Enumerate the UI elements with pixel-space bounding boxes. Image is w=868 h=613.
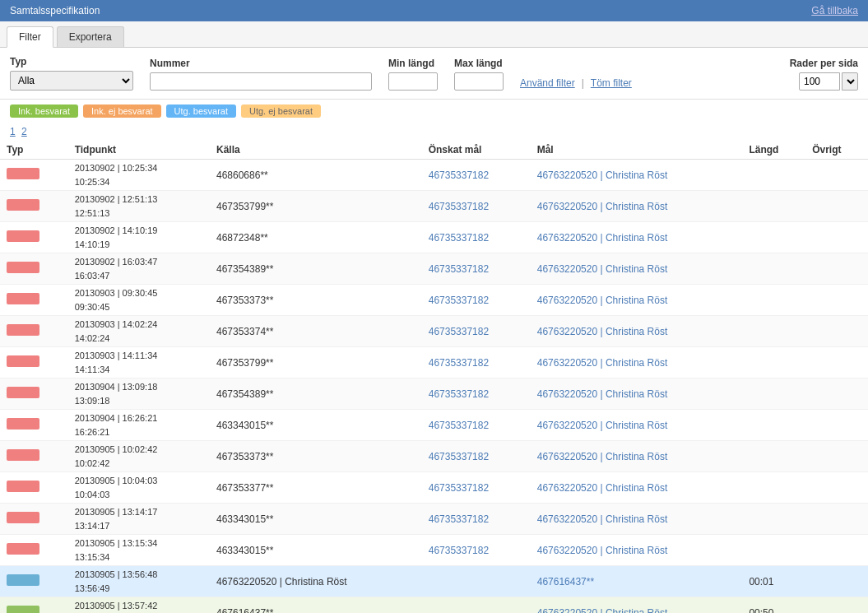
typ-group: Typ Alla Inkommande Utgående xyxy=(10,56,133,91)
cell-type xyxy=(0,441,68,472)
col-typ: Typ xyxy=(0,141,68,160)
typ-select[interactable]: Alla Inkommande Utgående xyxy=(10,71,133,91)
rader-per-sida-select[interactable]: 100 50 25 xyxy=(842,72,858,91)
cell-langd xyxy=(742,472,805,504)
tom-filter-link[interactable]: Töm filter xyxy=(591,77,632,89)
cell-mal: 46763220520 | Christina Röst xyxy=(531,378,743,410)
min-langd-label: Min längd xyxy=(388,58,438,69)
table-row: 20130904 | 16:26:21 16:26:21463343015**4… xyxy=(0,410,868,441)
table-row: 20130903 | 09:30:45 09:30:45467353373**4… xyxy=(0,285,868,316)
cell-onskat-mal: 46735337182 xyxy=(422,347,531,378)
cell-mal: 46763220520 | Christina Röst xyxy=(531,316,743,347)
cell-tidpunkt: 20130902 | 12:51:13 12:51:13 xyxy=(68,191,210,222)
cell-mal: 46763220520 | Christina Röst xyxy=(531,191,743,222)
type-badge xyxy=(7,512,39,523)
top-bar: Samtalsspecifikation Gå tillbaka xyxy=(0,0,868,21)
cell-type xyxy=(0,347,68,378)
legend-ink-unanswered: Ink. ej besvarat xyxy=(83,104,161,118)
table-row: 20130903 | 14:11:34 14:11:34467353799**4… xyxy=(0,347,868,378)
type-badge xyxy=(7,230,39,242)
cell-type xyxy=(0,472,68,504)
rader-per-sida-input[interactable] xyxy=(799,72,840,91)
cell-ovrigt xyxy=(805,285,868,316)
nummer-label: Nummer xyxy=(150,58,372,69)
nummer-group: Nummer xyxy=(150,58,372,91)
cell-tidpunkt: 20130903 | 14:11:34 14:11:34 xyxy=(68,347,210,378)
cell-kalla: 46763220520 | Christina Röst xyxy=(210,566,422,597)
cell-ovrigt xyxy=(805,597,868,614)
type-badge xyxy=(7,355,39,367)
cell-onskat-mal xyxy=(422,597,531,614)
cell-tidpunkt: 20130905 | 13:14:17 13:14:17 xyxy=(68,504,210,535)
table-header-row: Typ Tidpunkt Källa Önskat mål Mål Längd … xyxy=(0,141,868,160)
anvand-filter-link[interactable]: Använd filter xyxy=(520,77,575,89)
cell-langd xyxy=(742,535,805,566)
tab-filter[interactable]: Filter xyxy=(7,26,53,48)
cell-type xyxy=(0,191,68,222)
type-badge xyxy=(7,481,39,492)
cell-onskat-mal: 46735337182 xyxy=(422,222,531,253)
cell-kalla: 467353373** xyxy=(210,285,422,316)
cell-langd xyxy=(742,253,805,285)
legend: Ink. besvarat Ink. ej besvarat Utg. besv… xyxy=(0,100,868,123)
page-2-link[interactable]: 2 xyxy=(21,126,27,137)
col-langd: Längd xyxy=(742,141,805,160)
cell-kalla: 467353373** xyxy=(210,441,422,472)
type-badge xyxy=(7,199,39,211)
table-row: 20130902 | 12:51:13 12:51:13467353799**4… xyxy=(0,191,868,222)
cell-langd: 00:50 xyxy=(742,597,805,614)
cell-type xyxy=(0,410,68,441)
max-langd-group: Max längd xyxy=(454,58,504,91)
cell-ovrigt xyxy=(805,410,868,441)
cell-ovrigt xyxy=(805,535,868,566)
legend-out-unanswered: Utg. ej besvarat xyxy=(241,104,321,118)
cell-tidpunkt: 20130905 | 10:04:03 10:04:03 xyxy=(68,472,210,504)
cell-type xyxy=(0,316,68,347)
min-langd-input[interactable] xyxy=(388,72,438,91)
cell-langd xyxy=(742,504,805,535)
tab-exportera[interactable]: Exportera xyxy=(57,26,124,47)
cell-type xyxy=(0,566,68,597)
table-row: 20130902 | 14:10:19 14:10:1946872348**46… xyxy=(0,222,868,253)
cell-mal: 46763220520 | Christina Röst xyxy=(531,472,743,504)
type-badge xyxy=(7,168,39,179)
nummer-input[interactable] xyxy=(150,72,372,91)
tabs-bar: Filter Exportera xyxy=(0,21,868,48)
cell-tidpunkt: 20130902 | 16:03:47 16:03:47 xyxy=(68,253,210,285)
cell-langd xyxy=(742,191,805,222)
cell-onskat-mal: 46735337182 xyxy=(422,441,531,472)
type-badge xyxy=(7,418,39,430)
table-row: 20130902 | 10:25:34 10:25:3446860686**46… xyxy=(0,160,868,191)
cell-mal: 46763220520 | Christina Röst xyxy=(531,504,743,535)
back-link[interactable]: Gå tillbaka xyxy=(811,5,858,16)
cell-onskat-mal: 46735337182 xyxy=(422,285,531,316)
cell-ovrigt xyxy=(805,160,868,191)
page-title: Samtalsspecifikation xyxy=(10,5,100,16)
cell-tidpunkt: 20130902 | 14:10:19 14:10:19 xyxy=(68,222,210,253)
rader-per-sida-label: Rader per sida xyxy=(790,58,858,69)
cell-mal: 46763220520 | Christina Röst xyxy=(531,410,743,441)
cell-mal: 46763220520 | Christina Röst xyxy=(531,160,743,191)
cell-kalla: 463343015** xyxy=(210,504,422,535)
max-langd-input[interactable] xyxy=(454,72,504,91)
col-onskat-mal: Önskat mål xyxy=(422,141,531,160)
cell-kalla: 467354389** xyxy=(210,378,422,410)
cell-onskat-mal: 46735337182 xyxy=(422,316,531,347)
cell-onskat-mal: 46735337182 xyxy=(422,504,531,535)
cell-tidpunkt: 20130905 | 13:15:34 13:15:34 xyxy=(68,535,210,566)
col-kalla: Källa xyxy=(210,141,422,160)
cell-kalla: 467353799** xyxy=(210,191,422,222)
cell-kalla: 467354389** xyxy=(210,253,422,285)
cell-tidpunkt: 20130905 | 10:02:42 10:02:42 xyxy=(68,441,210,472)
cell-type xyxy=(0,253,68,285)
table-row: 20130902 | 16:03:47 16:03:47467354389**4… xyxy=(0,253,868,285)
page-1-link[interactable]: 1 xyxy=(10,126,16,137)
table-row: 20130905 | 10:02:42 10:02:42467353373**4… xyxy=(0,441,868,472)
cell-langd xyxy=(742,378,805,410)
cell-langd xyxy=(742,285,805,316)
cell-type xyxy=(0,378,68,410)
cell-ovrigt xyxy=(805,316,868,347)
table-row: 20130905 | 10:04:03 10:04:03467353377**4… xyxy=(0,472,868,504)
cell-langd: 00:01 xyxy=(742,566,805,597)
table-row: 20130904 | 13:09:18 13:09:18467354389**4… xyxy=(0,378,868,410)
